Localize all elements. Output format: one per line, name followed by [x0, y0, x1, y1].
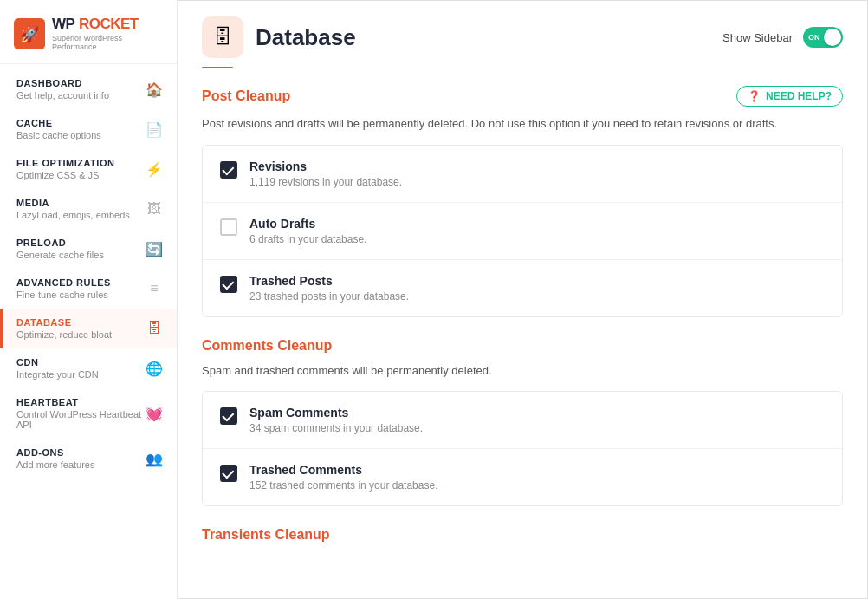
- nav-icon-database: 🗄: [146, 321, 163, 336]
- post-cleanup-options: Revisions 1,119 revisions in your databa…: [202, 145, 843, 317]
- sidebar-item-add-ons[interactable]: ADD-ONS Add more features 👥: [0, 439, 177, 479]
- nav-item-title-cache: CACHE: [16, 118, 101, 128]
- nav-item-sub-advanced-rules: Fine-tune cache rules: [16, 290, 111, 300]
- nav-icon-cdn: 🌐: [146, 361, 163, 377]
- nav-item-title-cdn: CDN: [16, 357, 99, 368]
- post-cleanup-option-row: Trashed Posts 23 trashed posts in your d…: [203, 260, 842, 316]
- option-desc-0: 1,119 revisions in your database.: [249, 176, 402, 188]
- logo-rocket: ROCKET: [79, 16, 139, 32]
- nav-item-sub-cache: Basic cache options: [16, 130, 101, 140]
- post-cleanup-option-row: Auto Drafts 6 drafts in your database.: [203, 203, 842, 260]
- comments-cleanup-option-row: Trashed Comments 152 trashed comments in…: [203, 449, 842, 505]
- sidebar-item-cache[interactable]: CACHE Basic cache options 📄: [0, 109, 177, 149]
- comments-cleanup-checkbox-1[interactable]: [220, 465, 237, 482]
- nav-item-title-add-ons: ADD-ONS: [16, 447, 95, 458]
- nav-icon-file-optimization: ⚡: [146, 161, 163, 178]
- comments-cleanup-desc: Spam and trashed comments will be perman…: [202, 362, 843, 380]
- option-name-1: Auto Drafts: [249, 217, 366, 231]
- sidebar: 🚀 WP ROCKET Superior WordPress Performan…: [0, 0, 178, 599]
- nav-item-sub-database: Optimize, reduce bloat: [16, 329, 112, 340]
- comm-option-name-0: Spam Comments: [249, 406, 423, 420]
- nav-item-title-media: MEDIA: [16, 198, 130, 208]
- post-cleanup-desc: Post revisions and drafts will be perman…: [202, 115, 843, 133]
- nav-item-sub-dashboard: Get help, account info: [16, 90, 109, 101]
- page-content: Post Cleanup ❓ NEED HELP? Post revisions…: [178, 68, 867, 598]
- sidebar-item-file-optimization[interactable]: FILE OPTIMIZATION Optimize CSS & JS ⚡: [0, 149, 177, 189]
- checkbox-0[interactable]: [220, 161, 237, 179]
- nav-icon-cache: 📄: [146, 121, 163, 138]
- comm-option-desc-0: 34 spam comments in your database.: [249, 422, 423, 434]
- sidebar-item-dashboard[interactable]: DASHBOARD Get help, account info 🏠: [0, 69, 177, 109]
- comm-option-name-1: Trashed Comments: [249, 463, 437, 477]
- comments-cleanup-options: Spam Comments 34 spam comments in your d…: [202, 391, 843, 506]
- sidebar-item-cdn[interactable]: CDN Integrate your CDN 🌐: [0, 348, 177, 388]
- need-help-label: NEED HELP?: [766, 90, 832, 102]
- post-cleanup-section: Post Cleanup ❓ NEED HELP? Post revisions…: [202, 86, 843, 317]
- sidebar-item-media[interactable]: MEDIA LazyLoad, emojis, embeds 🖼: [0, 189, 177, 229]
- post-cleanup-option-row: Revisions 1,119 revisions in your databa…: [203, 146, 842, 203]
- option-name-0: Revisions: [249, 160, 402, 173]
- header-left: 🗄 Database: [202, 16, 356, 58]
- logo-area: 🚀 WP ROCKET Superior WordPress Performan…: [0, 0, 177, 64]
- post-cleanup-header: Post Cleanup ❓ NEED HELP?: [202, 86, 843, 107]
- sidebar-item-database[interactable]: DATABASE Optimize, reduce bloat 🗄: [0, 309, 177, 348]
- comm-checkbox-0[interactable]: [220, 407, 237, 425]
- toggle-track[interactable]: ON: [803, 27, 843, 48]
- nav-icon-advanced-rules: ≡: [146, 281, 163, 296]
- nav-item-title-dashboard: DASHBOARD: [16, 78, 109, 88]
- post-cleanup-checkbox-2[interactable]: [220, 276, 237, 293]
- nav-icon-heartbeat: 💓: [146, 406, 163, 422]
- option-desc-1: 6 drafts in your database.: [249, 233, 366, 245]
- sidebar-item-heartbeat[interactable]: HEARTBEAT Control WordPress Heartbeat AP…: [0, 388, 177, 439]
- post-cleanup-checkbox-0[interactable]: [220, 161, 237, 179]
- transients-cleanup-section: Transients Cleanup: [202, 527, 843, 543]
- toggle-on-label: ON: [808, 33, 820, 42]
- comments-cleanup-option-row: Spam Comments 34 spam comments in your d…: [203, 392, 842, 449]
- page-title: Database: [256, 24, 356, 51]
- sidebar-item-advanced-rules[interactable]: ADVANCED RULES Fine-tune cache rules ≡: [0, 269, 177, 309]
- checkbox-2[interactable]: [220, 276, 237, 293]
- post-cleanup-title: Post Cleanup: [202, 88, 290, 104]
- header-right: Show Sidebar ON: [722, 27, 843, 48]
- nav-icon-media: 🖼: [146, 201, 163, 217]
- show-sidebar-label: Show Sidebar: [722, 31, 793, 44]
- logo-tagline: Superior WordPress Performance: [52, 34, 163, 51]
- logo-rocket-icon: 🚀: [14, 17, 45, 50]
- comm-checkbox-1[interactable]: [220, 465, 237, 482]
- nav-item-sub-file-optimization: Optimize CSS & JS: [16, 170, 114, 180]
- need-help-button[interactable]: ❓ NEED HELP?: [736, 86, 843, 107]
- main-content: 🗄 Database Show Sidebar ON Post Cleanup …: [178, 0, 868, 599]
- nav-item-sub-media: LazyLoad, emojis, embeds: [16, 210, 130, 220]
- post-cleanup-checkbox-1[interactable]: [220, 218, 237, 236]
- transients-cleanup-title: Transients Cleanup: [202, 527, 330, 543]
- option-desc-2: 23 trashed posts in your database.: [249, 290, 409, 303]
- nav-item-title-file-optimization: FILE OPTIMIZATION: [16, 158, 114, 168]
- logo-wp: WP: [52, 16, 74, 32]
- toggle-thumb: [824, 29, 841, 46]
- nav-item-sub-cdn: Integrate your CDN: [16, 369, 99, 380]
- option-name-2: Trashed Posts: [249, 274, 409, 288]
- comments-cleanup-header: Comments Cleanup: [202, 338, 843, 354]
- page-icon: 🗄: [202, 16, 243, 58]
- sidebar-nav: DASHBOARD Get help, account info 🏠 CACHE…: [0, 64, 177, 599]
- nav-item-sub-heartbeat: Control WordPress Heartbeat API: [16, 409, 146, 430]
- sidebar-item-preload[interactable]: PRELOAD Generate cache files 🔄: [0, 229, 177, 269]
- comments-cleanup-title: Comments Cleanup: [202, 338, 332, 354]
- nav-icon-add-ons: 👥: [146, 451, 163, 467]
- comm-option-desc-1: 152 trashed comments in your database.: [249, 479, 437, 492]
- nav-icon-dashboard: 🏠: [146, 81, 163, 98]
- svg-text:🚀: 🚀: [20, 25, 40, 44]
- comments-cleanup-checkbox-0[interactable]: [220, 407, 237, 425]
- nav-item-sub-preload: Generate cache files: [16, 250, 104, 260]
- nav-icon-preload: 🔄: [146, 241, 163, 257]
- comments-cleanup-section: Comments Cleanup Spam and trashed commen…: [202, 338, 843, 507]
- sidebar-toggle[interactable]: ON: [803, 27, 843, 48]
- nav-item-title-preload: PRELOAD: [16, 238, 104, 248]
- checkbox-1[interactable]: [220, 218, 237, 236]
- nav-item-title-database: DATABASE: [16, 317, 112, 328]
- nav-item-title-advanced-rules: ADVANCED RULES: [16, 277, 111, 288]
- need-help-icon: ❓: [748, 90, 761, 102]
- nav-item-title-heartbeat: HEARTBEAT: [16, 397, 146, 407]
- nav-item-sub-add-ons: Add more features: [16, 459, 95, 470]
- page-header: 🗄 Database Show Sidebar ON: [178, 1, 867, 58]
